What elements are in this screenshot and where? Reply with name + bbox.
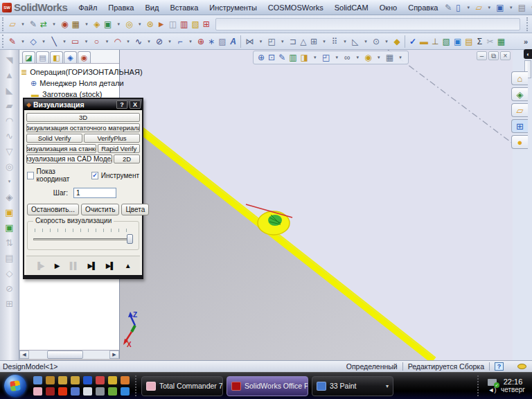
hatch-icon[interactable]: ▨	[217, 36, 227, 47]
trim-icon[interactable]: ⋈	[244, 36, 255, 47]
quick-launch-icon[interactable]	[58, 376, 67, 384]
quick-launch-icon[interactable]	[96, 376, 105, 384]
cam-post-icon[interactable]: ►	[156, 19, 167, 30]
menu-tools[interactable]: Инструменты	[204, 2, 263, 13]
dropdown-arrow[interactable]: ▾	[506, 2, 516, 13]
tree-tab-display-manager[interactable]: ◉	[78, 51, 91, 63]
photo-icon[interactable]: ▧	[441, 36, 452, 47]
quick-launch-icon[interactable]	[96, 387, 105, 396]
lightning-icon[interactable]: ◆	[392, 36, 402, 47]
table-icon[interactable]: ▦	[496, 36, 506, 47]
menu-edit[interactable]: Правка	[103, 2, 139, 13]
show-coordinates-checkbox[interactable]	[27, 172, 34, 179]
feature-icon[interactable]: ∿	[3, 130, 16, 141]
taskbar-clock[interactable]: 22:16 четверг	[501, 378, 528, 394]
taskpane-explorer-tab[interactable]: ⊞	[511, 119, 528, 133]
rectangle-icon[interactable]: ▭	[70, 36, 80, 47]
colors-button[interactable]: Цвета	[121, 204, 149, 215]
flip-icon[interactable]: ⊐	[288, 36, 298, 47]
phone-icon[interactable]: ◈	[3, 191, 16, 202]
cam-doc-icon[interactable]: ▥	[179, 19, 189, 30]
dropdown-arrow[interactable]: ▾	[332, 52, 342, 63]
quick-launch-icon[interactable]	[46, 387, 55, 396]
dropdown-arrow[interactable]: ▾	[382, 36, 391, 47]
viewport-corner-icon[interactable]: ◖	[524, 49, 532, 59]
dropdown-arrow[interactable]: ▾	[49, 19, 59, 30]
dimension-icon[interactable]: ◇	[28, 36, 38, 47]
tab-machine-simulation[interactable]: Визуализация на станке	[26, 144, 96, 153]
dropdown-arrow[interactable]: ▾	[340, 36, 350, 47]
cam-target-icon[interactable]: ◎	[124, 19, 134, 30]
speed-slider[interactable]	[33, 234, 133, 244]
cam-box-icon[interactable]: ▧	[190, 19, 200, 30]
dropdown-arrow[interactable]: ▾	[3, 176, 16, 187]
task-dropdown-arrow[interactable]: ▾	[386, 383, 389, 389]
feature-icon[interactable]: ◠	[3, 115, 16, 126]
cam-settings-icon[interactable]: ⊛	[145, 19, 155, 30]
tab-verify-plus[interactable]: VerifyPlus	[84, 134, 140, 143]
scrollbar-thumb[interactable]	[47, 351, 83, 359]
tab-solid-verify[interactable]: Solid Verify	[26, 134, 82, 143]
feature-icon[interactable]: ◎	[3, 161, 16, 172]
dropdown-arrow[interactable]: ▾	[60, 36, 69, 47]
view-orientation-icon[interactable]: ∞	[342, 52, 352, 63]
tab-rapid-verify[interactable]: Rapid Verify	[98, 144, 140, 153]
dialog-titlebar[interactable]: ◆ Визуализация ? X	[24, 99, 142, 110]
pan-icon[interactable]: ✎	[277, 52, 287, 63]
circle-icon[interactable]: ○	[91, 36, 101, 47]
quick-launch-icon[interactable]	[33, 387, 42, 396]
dropdown-arrow[interactable]: ▾	[310, 52, 320, 63]
grid-icon[interactable]: ⊞	[309, 36, 319, 47]
menu-cosmosworks[interactable]: COSMOSWorks	[263, 2, 329, 13]
slider-thumb[interactable]	[127, 234, 133, 244]
equations-icon[interactable]: Σ	[475, 36, 485, 47]
quick-launch-icon[interactable]	[108, 376, 117, 384]
dropdown-arrow[interactable]: ▾	[256, 36, 265, 47]
slope-icon[interactable]: ◺	[351, 36, 360, 47]
dropdown-arrow[interactable]: ▾	[18, 36, 28, 47]
trim-gray-icon[interactable]: ✂	[486, 36, 495, 47]
quick-launch-icon[interactable]	[83, 376, 92, 384]
dropdown-arrow[interactable]: ▾	[353, 52, 362, 63]
feature-icon[interactable]: ⊘	[3, 283, 16, 294]
quick-launch-icon[interactable]	[46, 376, 55, 384]
scroll-right-button[interactable]: ▶	[109, 351, 119, 359]
quick-launch-icon[interactable]	[108, 387, 117, 396]
menu-insert[interactable]: Вставка	[164, 2, 204, 13]
dropdown-arrow[interactable]: ▾	[463, 2, 473, 13]
menu-view[interactable]: Вид	[139, 2, 164, 13]
dropdown-arrow[interactable]: ▾	[114, 19, 123, 30]
task-paint-group[interactable]: 33 Paint ▾	[312, 376, 393, 396]
cam-simulate-icon[interactable]: ◉	[60, 19, 69, 30]
dropdown-arrow[interactable]: ▾	[374, 52, 384, 63]
new-file-icon[interactable]: ▯	[453, 2, 463, 13]
menu-window[interactable]: Окно	[374, 2, 403, 13]
feature-icon[interactable]: ▲	[3, 69, 16, 80]
start-button[interactable]	[4, 375, 26, 397]
feature-icon[interactable]: ⊞	[3, 298, 16, 309]
eject-button[interactable]: ▲	[123, 260, 132, 272]
feature-icon[interactable]: ◇	[3, 267, 16, 278]
dialog-close-button[interactable]: X	[130, 100, 141, 109]
tree-tab-property-manager[interactable]: ◧	[50, 51, 63, 63]
line-icon[interactable]: ╲	[49, 36, 59, 47]
check-icon[interactable]: ▣	[452, 36, 463, 47]
dropdown-arrow[interactable]: ▾	[144, 36, 154, 47]
status-help-icon[interactable]: ?	[495, 362, 504, 371]
quick-launch-icon[interactable]	[71, 387, 80, 396]
arc-icon[interactable]: ◠	[112, 36, 122, 47]
tool-checkbox[interactable]: ✓	[91, 172, 98, 179]
cam-open-icon[interactable]: ▱	[8, 19, 17, 30]
pause-button[interactable]: ▌▌	[69, 260, 80, 272]
doc-restore-button[interactable]: ⧉	[488, 51, 499, 60]
quick-launch-icon[interactable]	[71, 376, 80, 384]
tree-tab-feature-manager[interactable]: ▤	[36, 51, 49, 63]
display-style-icon[interactable]: ◰	[321, 52, 331, 63]
sketch-icon[interactable]: ✎	[8, 36, 17, 47]
dropdown-arrow[interactable]: ▾	[123, 36, 133, 47]
tree-horizontal-scrollbar[interactable]: ◀ ▶	[19, 350, 119, 359]
ellipse-icon[interactable]: ⊘	[154, 36, 164, 47]
clipboard-icon[interactable]: ▤	[463, 36, 474, 47]
warning-icon[interactable]: △	[299, 36, 308, 47]
feature-icon[interactable]: ▰	[3, 100, 16, 111]
